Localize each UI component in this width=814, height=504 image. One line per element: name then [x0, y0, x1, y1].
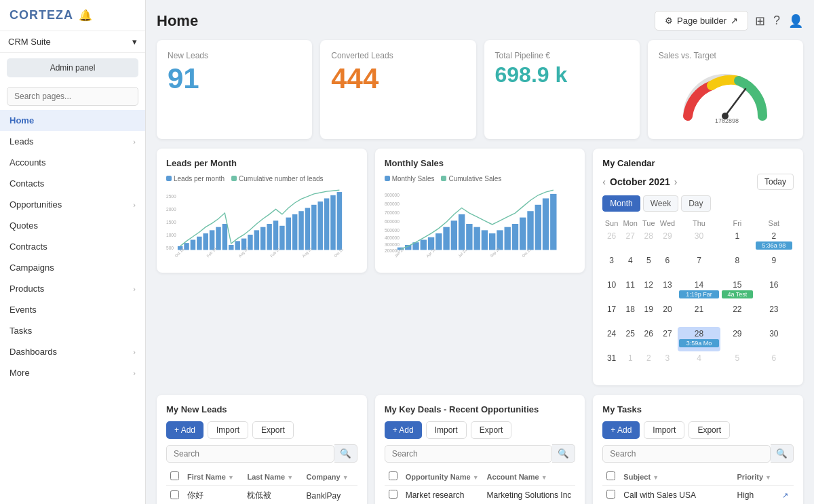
- calendar-day[interactable]: 4: [678, 351, 720, 376]
- row-checkbox[interactable]: [606, 490, 615, 499]
- new-leads-add-button[interactable]: + Add: [166, 421, 204, 439]
- calendar-day[interactable]: 154a Test: [720, 278, 754, 303]
- sidebar-item-accounts[interactable]: Accounts: [0, 152, 145, 173]
- key-deals-export-button[interactable]: Export: [471, 421, 512, 439]
- calendar-day[interactable]: 5: [720, 351, 754, 376]
- sidebar-item-contacts[interactable]: Contacts: [0, 173, 145, 194]
- tasks-search-input[interactable]: [602, 445, 771, 463]
- calendar-day[interactable]: 1: [621, 351, 640, 376]
- new-leads-search-input[interactable]: [166, 445, 334, 463]
- calendar-day[interactable]: 10: [602, 278, 620, 303]
- key-deals-select-all[interactable]: [389, 471, 398, 480]
- tasks-export-button[interactable]: Export: [689, 421, 730, 439]
- calendar-day[interactable]: 18: [621, 303, 640, 327]
- tasks-import-button[interactable]: Import: [644, 421, 684, 439]
- calendar-day[interactable]: 30: [754, 327, 794, 351]
- sidebar-item-dashboards[interactable]: Dashboards›: [0, 341, 145, 362]
- calendar-day[interactable]: 24: [602, 327, 620, 351]
- calendar-day[interactable]: 2: [640, 351, 657, 376]
- grid-icon[interactable]: ⊞: [755, 14, 765, 28]
- tasks-search-button[interactable]: 🔍: [771, 444, 794, 463]
- calendar-day[interactable]: 30: [678, 229, 720, 254]
- admin-panel-button[interactable]: Admin panel: [7, 58, 138, 77]
- stat-new-leads: New Leads 91: [157, 40, 312, 139]
- bell-icon[interactable]: 🔔: [79, 9, 92, 22]
- calendar-day[interactable]: 4: [621, 254, 640, 278]
- tasks-add-button[interactable]: + Add: [602, 421, 640, 439]
- svg-rect-10: [191, 239, 196, 250]
- calendar-day[interactable]: 17: [602, 303, 620, 327]
- key-deals-search-input[interactable]: [385, 445, 553, 463]
- calendar-day[interactable]: 22: [720, 303, 754, 327]
- key-deals-add-button[interactable]: + Add: [385, 421, 422, 439]
- calendar-day[interactable]: 1: [720, 229, 754, 254]
- calendar-day[interactable]: 12: [640, 278, 657, 303]
- calendar-day[interactable]: 20: [657, 303, 678, 327]
- new-leads-import-button[interactable]: Import: [208, 421, 248, 439]
- calendar-tab-month[interactable]: Month: [602, 195, 640, 212]
- calendar-day[interactable]: 13: [657, 278, 678, 303]
- tasks-select-all[interactable]: [606, 471, 615, 480]
- sidebar-item-more[interactable]: More›: [0, 362, 145, 383]
- new-leads-select-all[interactable]: [170, 471, 179, 480]
- cal-day-wed: Wed: [657, 217, 678, 229]
- calendar-day[interactable]: 6: [657, 254, 678, 278]
- calendar-event[interactable]: 4a Test: [722, 290, 753, 298]
- key-deals-import-button[interactable]: Import: [426, 421, 467, 439]
- calendar-day[interactable]: 26: [602, 229, 620, 254]
- new-leads-export-button[interactable]: Export: [252, 421, 294, 439]
- calendar-event[interactable]: 1:19p Far: [679, 290, 719, 298]
- sidebar-item-home[interactable]: Home: [0, 110, 145, 131]
- calendar-day[interactable]: 23: [754, 303, 794, 327]
- calendar-tab-day[interactable]: Day: [681, 195, 710, 212]
- calendar-day[interactable]: 7: [678, 254, 720, 278]
- user-icon[interactable]: 👤: [788, 14, 803, 28]
- sidebar-item-events[interactable]: Events: [0, 299, 145, 320]
- calendar-day[interactable]: 27: [657, 327, 678, 351]
- search-pages-input[interactable]: [7, 87, 138, 106]
- sidebar-item-products[interactable]: Products›: [0, 278, 145, 299]
- calendar-event[interactable]: 3:59a Mo: [679, 339, 719, 347]
- sidebar-item-leads[interactable]: Leads›: [0, 131, 145, 152]
- sidebar-item-label: Opportunities: [9, 199, 62, 210]
- calendar-day[interactable]: 9: [754, 254, 794, 278]
- sidebar-item-tasks[interactable]: Tasks: [0, 320, 145, 341]
- crm-suite-selector[interactable]: CRM Suite ▾: [0, 31, 145, 53]
- calendar-day[interactable]: 5: [640, 254, 657, 278]
- calendar-day[interactable]: 25:36a 98: [754, 229, 794, 254]
- row-checkbox[interactable]: [170, 490, 179, 499]
- calendar-day[interactable]: 11: [621, 278, 640, 303]
- calendar-next-icon[interactable]: ›: [674, 176, 678, 187]
- calendar-day[interactable]: 29: [720, 327, 754, 351]
- calendar-day[interactable]: 3: [602, 254, 620, 278]
- new-leads-search-button[interactable]: 🔍: [334, 444, 357, 463]
- calendar-day[interactable]: 27: [621, 229, 640, 254]
- page-builder-button[interactable]: ⚙ Page builder ↗: [655, 11, 748, 31]
- calendar-day[interactable]: 141:19p Far: [678, 278, 720, 303]
- sidebar-item-opportunities[interactable]: Opportunities›: [0, 194, 145, 215]
- calendar-day[interactable]: 3: [657, 351, 678, 376]
- calendar-today-button[interactable]: Today: [757, 174, 794, 190]
- external-link-icon[interactable]: ↗: [782, 491, 788, 499]
- row-checkbox[interactable]: [389, 490, 398, 499]
- sidebar-item-campaigns[interactable]: Campaigns: [0, 257, 145, 278]
- sidebar-item-contracts[interactable]: Contracts: [0, 236, 145, 257]
- help-icon[interactable]: ?: [773, 14, 780, 28]
- sidebar-item-label: Contacts: [9, 178, 44, 189]
- calendar-day[interactable]: 6: [754, 351, 794, 376]
- calendar-day[interactable]: 31: [602, 351, 620, 376]
- calendar-day[interactable]: 25: [621, 327, 640, 351]
- calendar-day[interactable]: 21: [678, 303, 720, 327]
- calendar-tab-week[interactable]: Week: [643, 195, 678, 212]
- key-deals-search-button[interactable]: 🔍: [552, 444, 575, 463]
- calendar-event[interactable]: 5:36a 98: [756, 241, 792, 250]
- calendar-day[interactable]: 283:59a Mo: [678, 327, 720, 351]
- calendar-day[interactable]: 28: [640, 229, 657, 254]
- calendar-prev-icon[interactable]: ‹: [602, 176, 606, 187]
- calendar-day[interactable]: 19: [640, 303, 657, 327]
- calendar-day[interactable]: 16: [754, 278, 794, 303]
- calendar-day[interactable]: 26: [640, 327, 657, 351]
- calendar-day[interactable]: 8: [720, 254, 754, 278]
- sidebar-item-quotes[interactable]: Quotes: [0, 215, 145, 236]
- calendar-day[interactable]: 29: [657, 229, 678, 254]
